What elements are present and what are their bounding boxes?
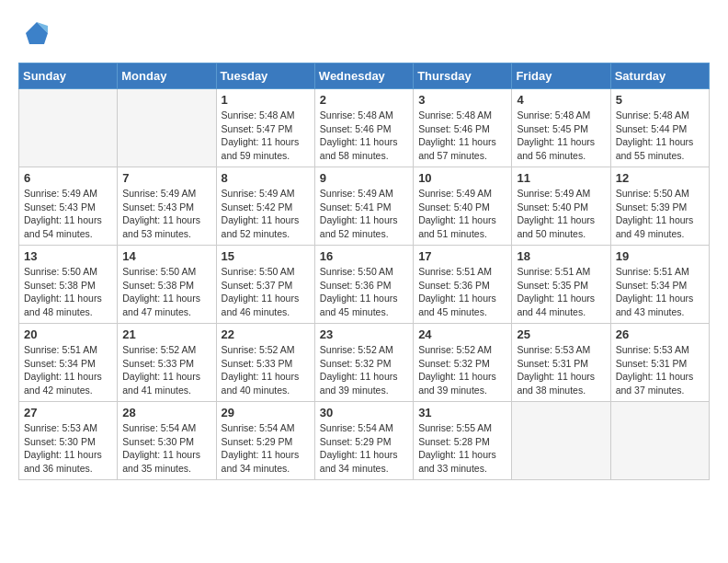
sunrise-text: Sunrise: 5:51 AM — [418, 265, 506, 279]
header-monday: Monday — [118, 63, 216, 89]
calendar-cell: 11Sunrise: 5:49 AMSunset: 5:40 PMDayligh… — [512, 167, 610, 246]
sunset-text: Sunset: 5:34 PM — [24, 357, 112, 371]
sunset-text: Sunset: 5:28 PM — [418, 435, 506, 449]
sunset-text: Sunset: 5:45 PM — [517, 122, 605, 136]
daylight-text: Daylight: 11 hours and 44 minutes. — [517, 292, 605, 318]
sunrise-text: Sunrise: 5:54 AM — [222, 421, 310, 435]
header-friday: Friday — [512, 63, 610, 89]
sunrise-text: Sunrise: 5:49 AM — [122, 187, 210, 201]
daylight-text: Daylight: 11 hours and 45 minutes. — [320, 292, 408, 318]
day-number: 4 — [517, 93, 605, 107]
calendar-header-row: SundayMondayTuesdayWednesdayThursdayFrid… — [19, 63, 710, 89]
daylight-text: Daylight: 11 hours and 46 minutes. — [222, 292, 310, 318]
calendar-cell — [610, 402, 709, 480]
sunset-text: Sunset: 5:29 PM — [222, 435, 310, 449]
sunset-text: Sunset: 5:38 PM — [24, 279, 112, 293]
calendar-week-2: 6Sunrise: 5:49 AMSunset: 5:43 PMDaylight… — [19, 167, 710, 246]
day-number: 5 — [616, 93, 704, 107]
day-number: 7 — [122, 171, 210, 185]
sunrise-text: Sunrise: 5:48 AM — [222, 109, 310, 122]
sunrise-text: Sunrise: 5:53 AM — [24, 421, 112, 435]
day-number: 17 — [418, 249, 506, 263]
sunrise-text: Sunrise: 5:55 AM — [418, 421, 506, 435]
page-header — [18, 18, 710, 48]
day-number: 3 — [418, 93, 506, 107]
header-wednesday: Wednesday — [314, 63, 413, 89]
calendar-cell: 15Sunrise: 5:50 AMSunset: 5:37 PMDayligh… — [216, 246, 314, 324]
calendar-cell: 13Sunrise: 5:50 AMSunset: 5:38 PMDayligh… — [19, 246, 118, 324]
calendar-cell: 25Sunrise: 5:53 AMSunset: 5:31 PMDayligh… — [512, 324, 610, 402]
day-number: 9 — [320, 171, 408, 185]
day-number: 10 — [418, 171, 506, 185]
sunrise-text: Sunrise: 5:50 AM — [222, 265, 310, 279]
sunset-text: Sunset: 5:40 PM — [418, 201, 506, 214]
sunset-text: Sunset: 5:31 PM — [616, 357, 704, 371]
daylight-text: Daylight: 11 hours and 38 minutes. — [517, 370, 605, 396]
calendar-cell: 20Sunrise: 5:51 AMSunset: 5:34 PMDayligh… — [19, 324, 118, 402]
daylight-text: Daylight: 11 hours and 34 minutes. — [320, 448, 408, 475]
daylight-text: Daylight: 11 hours and 59 minutes. — [222, 135, 310, 162]
sunset-text: Sunset: 5:34 PM — [616, 279, 704, 293]
sunset-text: Sunset: 5:32 PM — [418, 357, 506, 371]
calendar-week-4: 20Sunrise: 5:51 AMSunset: 5:34 PMDayligh… — [19, 324, 710, 402]
sunrise-text: Sunrise: 5:48 AM — [517, 109, 605, 122]
calendar-week-3: 13Sunrise: 5:50 AMSunset: 5:38 PMDayligh… — [19, 246, 710, 324]
day-number: 1 — [222, 93, 310, 107]
daylight-text: Daylight: 11 hours and 53 minutes. — [122, 213, 210, 240]
calendar-cell: 30Sunrise: 5:54 AMSunset: 5:29 PMDayligh… — [314, 402, 413, 480]
day-number: 25 — [517, 327, 605, 341]
sunrise-text: Sunrise: 5:49 AM — [24, 187, 112, 201]
daylight-text: Daylight: 11 hours and 45 minutes. — [418, 292, 506, 318]
sunset-text: Sunset: 5:46 PM — [418, 122, 506, 136]
daylight-text: Daylight: 11 hours and 51 minutes. — [418, 213, 506, 240]
sunset-text: Sunset: 5:39 PM — [616, 201, 704, 214]
sunrise-text: Sunrise: 5:49 AM — [320, 187, 408, 201]
day-number: 2 — [320, 93, 408, 107]
daylight-text: Daylight: 11 hours and 33 minutes. — [418, 448, 506, 475]
sunset-text: Sunset: 5:44 PM — [616, 122, 704, 136]
daylight-text: Daylight: 11 hours and 48 minutes. — [24, 292, 112, 318]
daylight-text: Daylight: 11 hours and 52 minutes. — [320, 213, 408, 240]
sunrise-text: Sunrise: 5:52 AM — [320, 343, 408, 357]
calendar-cell: 5Sunrise: 5:48 AMSunset: 5:44 PMDaylight… — [610, 89, 709, 167]
sunset-text: Sunset: 5:38 PM — [122, 279, 210, 293]
daylight-text: Daylight: 11 hours and 36 minutes. — [24, 448, 112, 475]
sunset-text: Sunset: 5:36 PM — [320, 279, 408, 293]
calendar-cell: 2Sunrise: 5:48 AMSunset: 5:46 PMDaylight… — [314, 89, 413, 167]
daylight-text: Daylight: 11 hours and 34 minutes. — [222, 448, 310, 475]
daylight-text: Daylight: 11 hours and 55 minutes. — [616, 135, 704, 162]
sunset-text: Sunset: 5:41 PM — [320, 201, 408, 214]
sunset-text: Sunset: 5:33 PM — [222, 357, 310, 371]
calendar-cell — [19, 89, 118, 167]
calendar-cell: 24Sunrise: 5:52 AMSunset: 5:32 PMDayligh… — [414, 324, 512, 402]
sunrise-text: Sunrise: 5:48 AM — [418, 109, 506, 122]
calendar-cell: 8Sunrise: 5:49 AMSunset: 5:42 PMDaylight… — [216, 167, 314, 246]
daylight-text: Daylight: 11 hours and 58 minutes. — [320, 135, 408, 162]
sunrise-text: Sunrise: 5:53 AM — [616, 343, 704, 357]
day-number: 30 — [320, 406, 408, 419]
calendar-cell: 9Sunrise: 5:49 AMSunset: 5:41 PMDaylight… — [314, 167, 413, 246]
sunrise-text: Sunrise: 5:48 AM — [320, 109, 408, 122]
sunrise-text: Sunrise: 5:49 AM — [517, 187, 605, 201]
header-sunday: Sunday — [19, 63, 118, 89]
sunset-text: Sunset: 5:43 PM — [24, 201, 112, 214]
day-number: 28 — [122, 406, 210, 419]
header-saturday: Saturday — [610, 63, 709, 89]
sunset-text: Sunset: 5:46 PM — [320, 122, 408, 136]
sunrise-text: Sunrise: 5:52 AM — [222, 343, 310, 357]
sunset-text: Sunset: 5:36 PM — [418, 279, 506, 293]
daylight-text: Daylight: 11 hours and 50 minutes. — [517, 213, 605, 240]
header-tuesday: Tuesday — [216, 63, 314, 89]
sunset-text: Sunset: 5:33 PM — [122, 357, 210, 371]
sunset-text: Sunset: 5:31 PM — [517, 357, 605, 371]
day-number: 27 — [24, 406, 112, 419]
logo — [18, 18, 51, 48]
sunset-text: Sunset: 5:29 PM — [320, 435, 408, 449]
daylight-text: Daylight: 11 hours and 57 minutes. — [418, 135, 506, 162]
day-number: 20 — [24, 327, 112, 341]
day-number: 31 — [418, 406, 506, 419]
calendar-cell: 16Sunrise: 5:50 AMSunset: 5:36 PMDayligh… — [314, 246, 413, 324]
day-number: 29 — [222, 406, 310, 419]
calendar-cell — [512, 402, 610, 480]
day-number: 13 — [24, 249, 112, 263]
